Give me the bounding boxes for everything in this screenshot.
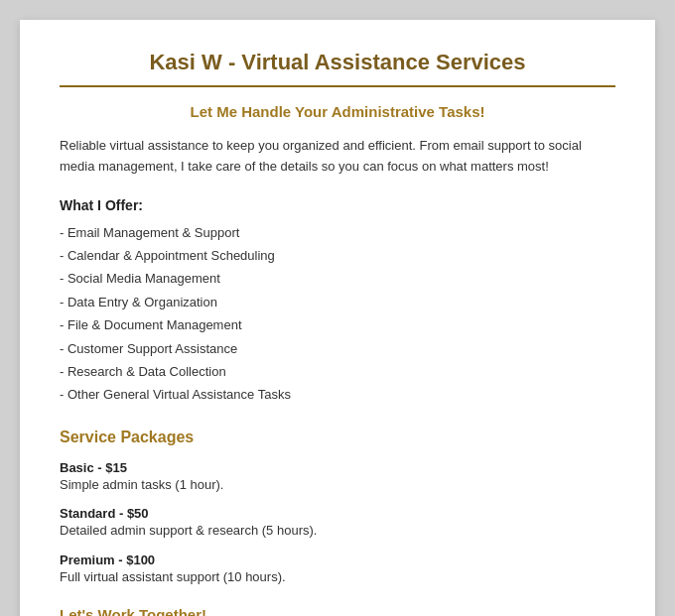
- list-item: - Data Entry & Organization: [60, 291, 615, 313]
- packages-heading: Service Packages: [60, 429, 615, 446]
- cta-heading: Let's Work Together!: [60, 606, 615, 616]
- package-basic: Basic - $15 Simple admin tasks (1 hour).: [60, 460, 615, 495]
- package-premium: Premium - $100 Full virtual assistant su…: [60, 553, 615, 587]
- divider: [60, 85, 615, 87]
- package-basic-title: Basic - $15: [60, 460, 615, 475]
- list-item: - Email Management & Support: [60, 221, 615, 244]
- intro-text: Reliable virtual assistance to keep you …: [60, 136, 615, 178]
- package-premium-desc: Full virtual assistant support (10 hours…: [60, 567, 615, 587]
- subtitle: Let Me Handle Your Administrative Tasks!: [60, 103, 615, 120]
- package-basic-desc: Simple admin tasks (1 hour).: [60, 475, 615, 495]
- package-standard-desc: Detailed admin support & research (5 hou…: [60, 521, 615, 541]
- list-item: - Social Media Management: [60, 267, 615, 290]
- offer-list: - Email Management & Support - Calendar …: [60, 221, 615, 407]
- list-item: - Research & Data Collection: [60, 360, 615, 383]
- list-item: - File & Document Management: [60, 313, 615, 336]
- list-item: - Other General Virtual Assistance Tasks: [60, 383, 615, 406]
- package-premium-title: Premium - $100: [60, 553, 615, 567]
- main-card: Kasi W - Virtual Assistance Services Let…: [20, 20, 655, 616]
- package-standard-title: Standard - $50: [60, 506, 615, 521]
- offer-heading: What I Offer:: [60, 197, 615, 213]
- package-standard: Standard - $50 Detailed admin support & …: [60, 506, 615, 541]
- list-item: - Calendar & Appointment Scheduling: [60, 244, 615, 267]
- list-item: - Customer Support Assistance: [60, 337, 615, 360]
- main-title: Kasi W - Virtual Assistance Services: [60, 50, 615, 75]
